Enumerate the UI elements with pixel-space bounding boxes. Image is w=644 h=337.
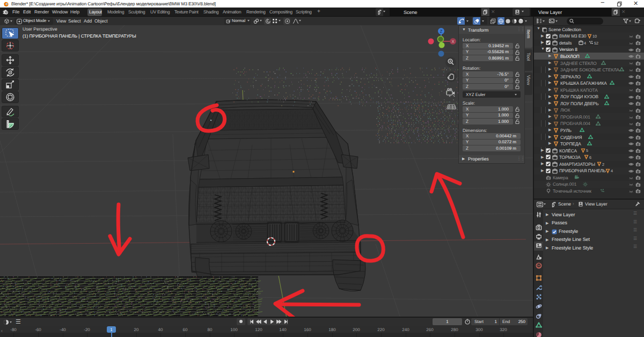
svg-text:(1) ПРИБОРНАЯ ПАНЕЛЬ | СТРЕЛКА: (1) ПРИБОРНАЯ ПАНЕЛЬ | СТРЕЛКА ТЕМПЕРАТУ… <box>23 33 136 39</box>
svg-text:X: X <box>451 39 454 44</box>
svg-text:Z: Z <box>440 29 443 34</box>
svg-text:User Perspective: User Perspective <box>23 26 57 32</box>
